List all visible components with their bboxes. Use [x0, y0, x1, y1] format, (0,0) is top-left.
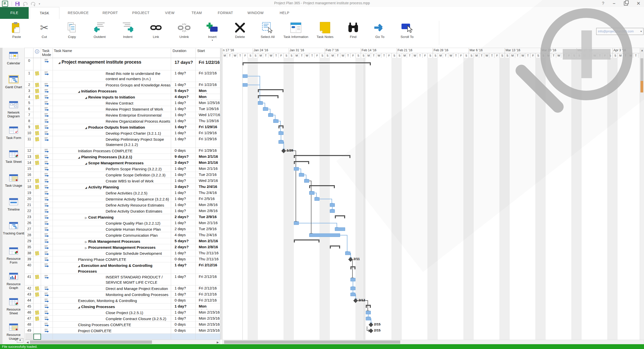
restore-button[interactable]: [624, 2, 628, 6]
collapse-icon[interactable]: ◢: [58, 61, 60, 64]
account-dropdown[interactable]: info@projectplan365.com▾: [596, 28, 643, 35]
collapse-icon[interactable]: ◢: [85, 186, 87, 189]
gantt-summary-bar[interactable]: [258, 95, 278, 98]
gantt-bar[interactable]: [278, 131, 284, 135]
link-button[interactable]: Link: [143, 20, 169, 46]
scroll-left-icon[interactable]: ◀: [26, 340, 28, 344]
gantt-bar[interactable]: [330, 209, 335, 213]
tab-resource[interactable]: RESOURCE: [63, 7, 93, 19]
table-row[interactable]: 4◢Review Inputs to Initiation4 days?Mon …: [25, 94, 220, 100]
collapse-icon[interactable]: ◢: [78, 306, 80, 309]
table-row[interactable]: 16Complete Scope Definition (3.2.2.3)1 d…: [25, 172, 220, 178]
gantt-summary-bar[interactable]: [294, 155, 350, 158]
collapse-icon[interactable]: ◢: [78, 156, 80, 159]
gantt-bar[interactable]: [304, 179, 309, 183]
expand-icon[interactable]: ▷: [85, 216, 87, 219]
tab-team[interactable]: TEAM: [185, 7, 208, 19]
gantt-summary-bar[interactable]: [243, 62, 371, 65]
table-row[interactable]: 7Review Enterprise Environmental1 day?We…: [25, 112, 220, 118]
table-row[interactable]: [25, 334, 220, 340]
gantt-bar[interactable]: [258, 101, 263, 105]
table-row[interactable]: 28Complete Communication Plan4 daysThu 2…: [25, 232, 220, 238]
sidebar-item-task-sheet[interactable]: Task Sheet: [3, 150, 25, 164]
table-row[interactable]: 39Planning Phase COMPLETE0 daysThu 2/11/…: [25, 256, 220, 262]
tab-project[interactable]: PROJECT: [127, 7, 154, 19]
tab-format[interactable]: FORMAT: [213, 7, 238, 19]
gantt-summary-bar[interactable]: [366, 305, 371, 308]
help-button[interactable]: ?: [602, 1, 604, 6]
gantt-bar[interactable]: [294, 221, 299, 225]
gantt-bar[interactable]: [366, 317, 371, 320]
table-row[interactable]: 40◢Execution and Monitoring & Controllin…: [25, 262, 220, 274]
collapse-icon[interactable]: ◢: [85, 162, 87, 165]
gantt-horizontal-scrollbar[interactable]: [222, 340, 644, 344]
table-row[interactable]: 42Direct and Manage Project Execution1 d…: [25, 285, 220, 291]
table-row[interactable]: 29▷Risk Management Processes5 days?Mon 2…: [25, 238, 220, 244]
sidebar-item-task-form[interactable]: Task Form: [3, 126, 25, 140]
table-horizontal-scrollbar[interactable]: ◀ ▶: [25, 340, 220, 344]
table-row[interactable]: 15Perform Scope Planning (3.2.2.2)1 day?…: [25, 166, 220, 172]
unlink-button[interactable]: Unlink: [171, 20, 197, 46]
gantt-summary-bar[interactable]: [335, 215, 345, 218]
sidebar-item-resource-sheet[interactable]: Resource Sheet: [3, 297, 25, 315]
scroll-to-button[interactable]: Scroll To: [394, 20, 420, 46]
sidebar-item-task-usage[interactable]: Task Usage: [3, 174, 25, 187]
outdent-button[interactable]: Outdent: [87, 20, 113, 46]
gantt-bar[interactable]: [350, 278, 355, 281]
table-row[interactable]: 41INSERT STANDARD PRODUCT / SERVICE MGMT…: [25, 274, 220, 285]
expand-icon[interactable]: ▷: [85, 240, 87, 243]
expand-icon[interactable]: ▷: [85, 246, 87, 249]
table-row[interactable]: 10Develop Project Charter (3.2.1.1)1 day…: [25, 130, 220, 136]
gantt-bar[interactable]: [243, 74, 248, 78]
table-row[interactable]: 19Define Activities (3.2.2.5)1 day?Thu 2…: [25, 190, 220, 196]
collapse-icon[interactable]: ◢: [78, 90, 80, 93]
gantt-vertical-scrollbar[interactable]: ▲: [640, 48, 644, 340]
table-row[interactable]: 17Create WBS to level of Work Packages1 …: [25, 178, 220, 184]
gantt-bar[interactable]: [263, 107, 268, 111]
sidebar-item-tracking-gantt[interactable]: Tracking Gantt: [3, 221, 25, 235]
table-row[interactable]: 2Process Groups and Knowledge Areas1 day…: [25, 82, 220, 88]
table-row[interactable]: 43Monitoring and Controlling Processes1 …: [25, 291, 220, 297]
table-row[interactable]: 21Define Activity Resource Estimates1 da…: [25, 202, 220, 208]
gantt-bar[interactable]: [314, 197, 319, 201]
gantt-bar[interactable]: [299, 173, 304, 177]
collapse-icon[interactable]: ◢: [78, 265, 80, 267]
minimize-button[interactable]: –: [613, 1, 615, 6]
gantt-bar[interactable]: [335, 227, 345, 231]
tab-view[interactable]: VIEW: [159, 7, 181, 19]
gantt-bar[interactable]: [309, 233, 340, 237]
table-row[interactable]: 3◢Initiation Processes5 days?Mon 1/25/16: [25, 88, 220, 94]
table-row[interactable]: 8Review Organizational Process Assets1 d…: [25, 118, 220, 124]
gantt-summary-bar[interactable]: [350, 266, 355, 269]
gantt-bar[interactable]: [350, 293, 355, 296]
sidebar-item-resource-form[interactable]: Resource Form: [3, 247, 25, 264]
scroll-right-icon[interactable]: ▶: [217, 340, 219, 344]
table-row[interactable]: 20Determine Activity Sequence (3.2.2.6)1…: [25, 196, 220, 202]
copy-button[interactable]: Copy: [59, 20, 85, 46]
gantt-summary-bar[interactable]: [294, 239, 319, 242]
gantt-bar[interactable]: [350, 287, 355, 290]
tab-help[interactable]: HELP: [273, 7, 296, 19]
selected-cell[interactable]: [33, 334, 41, 340]
table-row[interactable]: 18◢Activity Planning3 days?Thu 2/4/16: [25, 184, 220, 190]
collapse-icon[interactable]: ◢: [85, 126, 87, 129]
table-row[interactable]: 6Review Project Statement of Work1 day?T…: [25, 106, 220, 112]
gantt-bar[interactable]: [273, 119, 278, 123]
table-row[interactable]: 22Define Activity Duration Estimates1 da…: [25, 208, 220, 214]
table-row[interactable]: 0◢Project management institute process17…: [25, 58, 220, 70]
table-row[interactable]: 35▷Procurement Management Processes2 day…: [25, 244, 220, 250]
table-row[interactable]: 1Read this note to understand the contex…: [25, 70, 220, 82]
cut-button[interactable]: ✂Cut: [31, 20, 57, 46]
table-row[interactable]: 27Complete Human Resource Plan2 daysTue …: [25, 226, 220, 232]
go-to-button[interactable]: Go To: [367, 20, 393, 46]
gantt-bar[interactable]: [268, 113, 273, 117]
task-notes-button[interactable]: Task Notes: [312, 20, 338, 46]
sidebar-item-resource-graph[interactable]: Resource Graph: [3, 272, 25, 290]
select-all-button[interactable]: Select All: [255, 20, 281, 46]
gantt-bar[interactable]: [330, 203, 335, 207]
sidebar-item-gantt-chart[interactable]: Gantt Chart: [3, 75, 25, 89]
delete-button[interactable]: Delete: [227, 20, 253, 46]
table-row[interactable]: 47Complete Contract Closure (3.2.5.2)1 d…: [25, 316, 220, 322]
sidebar-item-network-diagram[interactable]: Network Diagram: [3, 101, 25, 118]
sidebar-item-resource-usage[interactable]: Resource Usage: [3, 323, 25, 340]
